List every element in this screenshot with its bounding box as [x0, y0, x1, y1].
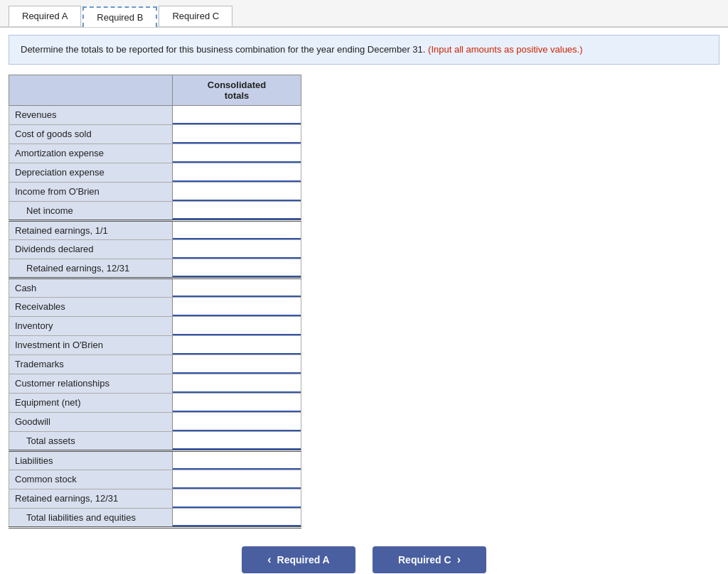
table-row: Amortization expense — [9, 144, 301, 163]
tab-required-b[interactable]: Required B — [82, 6, 157, 27]
input-cell-6[interactable] — [173, 220, 301, 239]
input-cell-20[interactable] — [173, 489, 301, 508]
input-cell-4[interactable] — [173, 182, 301, 201]
table-row: Customer relationships — [9, 374, 301, 393]
input-cell-11[interactable] — [173, 316, 301, 335]
table-row: Revenues — [9, 105, 301, 124]
input-cell-1[interactable] — [173, 124, 301, 144]
input-cell-19[interactable] — [173, 470, 301, 489]
table-row: Equipment (net) — [9, 393, 301, 412]
input-cell-2[interactable] — [173, 144, 301, 163]
prev-label: Required A — [277, 554, 330, 565]
input-cell-14[interactable] — [173, 374, 301, 393]
input-cell-12[interactable] — [173, 335, 301, 354]
input-cell-5[interactable] — [173, 201, 301, 220]
table-row: Retained earnings, 1/1 — [9, 220, 301, 239]
instruction-box: Determine the totals to be reported for … — [9, 35, 719, 65]
row-label-9: Cash — [9, 278, 173, 297]
table-container: Consolidated totals RevenuesCost of good… — [9, 75, 301, 529]
input-field-18[interactable] — [173, 452, 301, 470]
row-label-8: Retained earnings, 12/31 — [9, 259, 173, 278]
input-field-15[interactable] — [173, 394, 301, 412]
row-label-21: Total liabilities and equities — [9, 508, 173, 527]
tab-required-c[interactable]: Required C — [159, 6, 232, 26]
col-consolidated-header: Consolidated totals — [173, 75, 301, 105]
tabs-bar: Required ARequired BRequired C — [0, 0, 728, 28]
input-field-0[interactable] — [173, 106, 301, 124]
input-field-10[interactable] — [173, 298, 301, 316]
input-field-17[interactable] — [173, 432, 301, 450]
prev-button[interactable]: ‹ Required A — [242, 546, 355, 573]
row-label-6: Retained earnings, 1/1 — [9, 220, 173, 239]
input-cell-21[interactable] — [173, 508, 301, 527]
next-button[interactable]: Required C › — [373, 546, 486, 573]
input-cell-15[interactable] — [173, 393, 301, 412]
input-cell-18[interactable] — [173, 450, 301, 470]
input-cell-10[interactable] — [173, 297, 301, 316]
table-row: Trademarks — [9, 354, 301, 374]
consolidated-table: Consolidated totals RevenuesCost of good… — [9, 75, 301, 529]
tab-required-a[interactable]: Required A — [9, 6, 81, 26]
row-label-12: Investment in O'Brien — [9, 335, 173, 354]
row-label-18: Liabilities — [9, 450, 173, 470]
table-row: Receivables — [9, 297, 301, 316]
input-field-14[interactable] — [173, 374, 301, 393]
input-field-13[interactable] — [173, 355, 301, 374]
input-field-12[interactable] — [173, 336, 301, 354]
input-cell-16[interactable] — [173, 412, 301, 431]
input-field-1[interactable] — [173, 125, 301, 144]
row-label-4: Income from O'Brien — [9, 182, 173, 201]
col-label-header — [9, 75, 173, 105]
instruction-highlight: (Input all amounts as positive values.) — [425, 44, 582, 55]
row-label-11: Inventory — [9, 316, 173, 335]
table-row: Depreciation expense — [9, 163, 301, 182]
row-label-10: Receivables — [9, 297, 173, 316]
next-label: Required C — [398, 554, 451, 565]
table-row: Total assets — [9, 431, 301, 450]
input-field-21[interactable] — [173, 509, 301, 526]
row-label-19: Common stock — [9, 470, 173, 489]
row-label-7: Dividends declared — [9, 239, 173, 259]
nav-buttons: ‹ Required A Required C › — [0, 546, 728, 573]
input-field-4[interactable] — [173, 183, 301, 201]
row-label-2: Amortization expense — [9, 144, 173, 163]
input-cell-0[interactable] — [173, 105, 301, 124]
row-label-20: Retained earnings, 12/31 — [9, 489, 173, 508]
input-field-20[interactable] — [173, 489, 301, 508]
input-cell-3[interactable] — [173, 163, 301, 182]
table-row: Goodwill — [9, 412, 301, 431]
input-field-6[interactable] — [173, 222, 301, 239]
table-row: Retained earnings, 12/31 — [9, 259, 301, 278]
input-field-7[interactable] — [173, 240, 301, 259]
input-cell-13[interactable] — [173, 354, 301, 374]
input-cell-7[interactable] — [173, 239, 301, 259]
input-field-19[interactable] — [173, 470, 301, 489]
table-row: Cost of goods sold — [9, 124, 301, 144]
table-row: Retained earnings, 12/31 — [9, 489, 301, 508]
input-field-3[interactable] — [173, 163, 301, 182]
row-label-5: Net income — [9, 201, 173, 220]
instruction-main: Determine the totals to be reported for … — [21, 44, 425, 55]
input-field-9[interactable] — [173, 279, 301, 297]
row-label-17: Total assets — [9, 431, 173, 450]
input-cell-17[interactable] — [173, 431, 301, 450]
next-arrow: › — [457, 553, 461, 566]
input-field-5[interactable] — [173, 202, 301, 220]
input-cell-8[interactable] — [173, 259, 301, 278]
table-row: Dividends declared — [9, 239, 301, 259]
row-label-14: Customer relationships — [9, 374, 173, 393]
row-label-3: Depreciation expense — [9, 163, 173, 182]
input-field-8[interactable] — [173, 259, 301, 277]
table-row: Investment in O'Brien — [9, 335, 301, 354]
table-row: Common stock — [9, 470, 301, 489]
input-field-11[interactable] — [173, 317, 301, 335]
table-row: Liabilities — [9, 450, 301, 470]
row-label-13: Trademarks — [9, 354, 173, 374]
input-cell-9[interactable] — [173, 278, 301, 297]
input-field-16[interactable] — [173, 413, 301, 431]
table-row: Net income — [9, 201, 301, 220]
row-label-1: Cost of goods sold — [9, 124, 173, 144]
input-field-2[interactable] — [173, 144, 301, 163]
row-label-15: Equipment (net) — [9, 393, 173, 412]
table-row: Inventory — [9, 316, 301, 335]
